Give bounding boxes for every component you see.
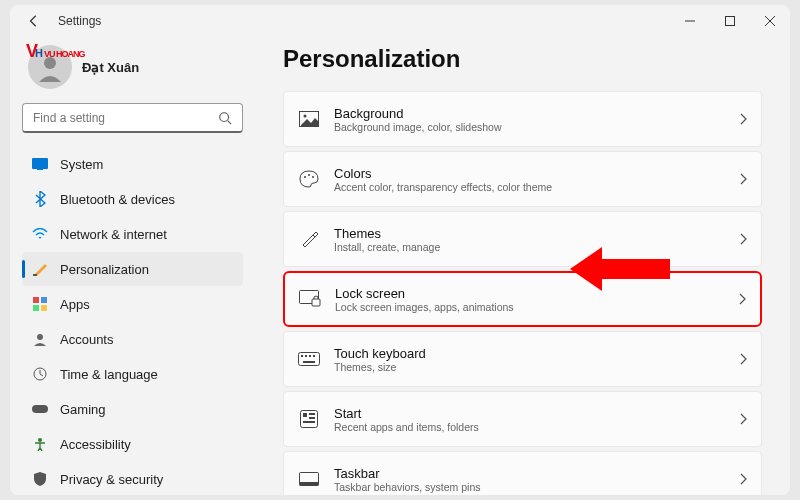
svg-rect-8 — [33, 297, 39, 303]
sidebar-item-accounts[interactable]: Accounts — [22, 322, 243, 356]
sidebar-item-label: System — [60, 157, 103, 172]
svg-point-20 — [312, 176, 314, 178]
sidebar-item-label: Apps — [60, 297, 90, 312]
svg-rect-10 — [33, 305, 39, 311]
accounts-icon — [32, 331, 48, 347]
card-colors[interactable]: ColorsAccent color, transparency effects… — [283, 151, 762, 207]
sidebar-item-label: Privacy & security — [60, 472, 163, 487]
svg-point-15 — [38, 438, 42, 442]
sidebar-item-system[interactable]: System — [22, 147, 243, 181]
back-button[interactable] — [18, 5, 50, 37]
card-desc: Install, create, manage — [334, 241, 739, 253]
svg-rect-32 — [309, 417, 315, 419]
sidebar-item-label: Time & language — [60, 367, 158, 382]
svg-rect-35 — [300, 482, 319, 486]
sidebar-item-accessibility[interactable]: Accessibility — [22, 427, 243, 461]
card-themes[interactable]: ThemesInstall, create, manage — [283, 211, 762, 267]
card-start[interactable]: StartRecent apps and items, folders — [283, 391, 762, 447]
sidebar-item-bluetooth[interactable]: Bluetooth & devices — [22, 182, 243, 216]
card-title: Touch keyboard — [334, 346, 739, 361]
chevron-right-icon — [739, 173, 747, 185]
card-taskbar[interactable]: TaskbarTaskbar behaviors, system pins — [283, 451, 762, 495]
lock-screen-icon — [299, 290, 321, 308]
card-title: Themes — [334, 226, 739, 241]
taskbar-icon — [298, 472, 320, 486]
profile[interactable]: VH VU HOANG Đạt Xuân — [28, 45, 237, 89]
svg-rect-31 — [309, 413, 315, 415]
sidebar-item-apps[interactable]: Apps — [22, 287, 243, 321]
page-title: Personalization — [283, 45, 762, 73]
svg-point-19 — [308, 174, 310, 176]
shield-icon — [32, 471, 48, 487]
svg-rect-11 — [41, 305, 47, 311]
brush-icon — [298, 229, 320, 249]
svg-rect-23 — [299, 353, 320, 366]
gaming-icon — [32, 401, 48, 417]
card-touch-keyboard[interactable]: Touch keyboardThemes, size — [283, 331, 762, 387]
card-title: Lock screen — [335, 286, 738, 301]
sidebar: VH VU HOANG Đạt Xuân System Bluetooth & … — [10, 37, 255, 495]
svg-rect-14 — [32, 405, 48, 413]
card-desc: Background image, color, slideshow — [334, 121, 739, 133]
card-desc: Taskbar behaviors, system pins — [334, 481, 739, 493]
svg-rect-24 — [301, 355, 303, 357]
card-title: Taskbar — [334, 466, 739, 481]
sidebar-item-label: Gaming — [60, 402, 106, 417]
accessibility-icon — [32, 436, 48, 452]
sidebar-item-network[interactable]: Network & internet — [22, 217, 243, 251]
chevron-right-icon — [739, 113, 747, 125]
card-desc: Themes, size — [334, 361, 739, 373]
username: Đạt Xuân — [82, 60, 139, 75]
svg-rect-5 — [32, 158, 48, 169]
card-title: Background — [334, 106, 739, 121]
sidebar-item-label: Bluetooth & devices — [60, 192, 175, 207]
maximize-button[interactable] — [710, 5, 750, 37]
chevron-right-icon — [738, 293, 746, 305]
svg-point-18 — [304, 176, 306, 178]
bluetooth-icon — [32, 191, 48, 207]
keyboard-icon — [298, 352, 320, 366]
search-icon — [218, 111, 232, 125]
card-title: Start — [334, 406, 739, 421]
nav-list: System Bluetooth & devices Network & int… — [22, 147, 243, 495]
svg-rect-28 — [303, 361, 315, 363]
paintbrush-icon — [32, 261, 48, 277]
sidebar-item-time[interactable]: Time & language — [22, 357, 243, 391]
svg-point-3 — [220, 112, 229, 121]
titlebar: Settings — [10, 5, 790, 37]
svg-rect-1 — [726, 17, 735, 26]
wifi-icon — [32, 226, 48, 242]
close-button[interactable] — [750, 5, 790, 37]
chevron-right-icon — [739, 233, 747, 245]
svg-rect-25 — [305, 355, 307, 357]
watermark-logo: VH VU HOANG — [26, 41, 84, 62]
svg-rect-9 — [41, 297, 47, 303]
card-desc: Recent apps and items, folders — [334, 421, 739, 433]
sidebar-item-label: Personalization — [60, 262, 149, 277]
svg-rect-26 — [309, 355, 311, 357]
sidebar-item-gaming[interactable]: Gaming — [22, 392, 243, 426]
titlebar-label: Settings — [58, 14, 101, 28]
search-box[interactable] — [22, 103, 243, 133]
chevron-right-icon — [739, 473, 747, 485]
main-panel: Personalization BackgroundBackground ima… — [255, 37, 790, 495]
chevron-right-icon — [739, 413, 747, 425]
svg-rect-7 — [33, 274, 37, 276]
card-lock-screen[interactable]: Lock screenLock screen images, apps, ani… — [283, 271, 762, 327]
search-input[interactable] — [33, 111, 218, 125]
settings-window: Settings VH VU HOANG Đạt Xuân — [10, 5, 790, 495]
sidebar-item-personalization[interactable]: Personalization — [22, 252, 243, 286]
svg-rect-22 — [312, 299, 320, 306]
apps-icon — [32, 296, 48, 312]
start-icon — [298, 410, 320, 428]
sidebar-item-label: Accounts — [60, 332, 113, 347]
minimize-button[interactable] — [670, 5, 710, 37]
card-background[interactable]: BackgroundBackground image, color, slide… — [283, 91, 762, 147]
svg-rect-27 — [313, 355, 315, 357]
card-desc: Accent color, transparency effects, colo… — [334, 181, 739, 193]
sidebar-item-privacy[interactable]: Privacy & security — [22, 462, 243, 495]
card-desc: Lock screen images, apps, animations — [335, 301, 738, 313]
clock-icon — [32, 366, 48, 382]
svg-point-12 — [37, 334, 43, 340]
svg-rect-33 — [303, 421, 315, 423]
